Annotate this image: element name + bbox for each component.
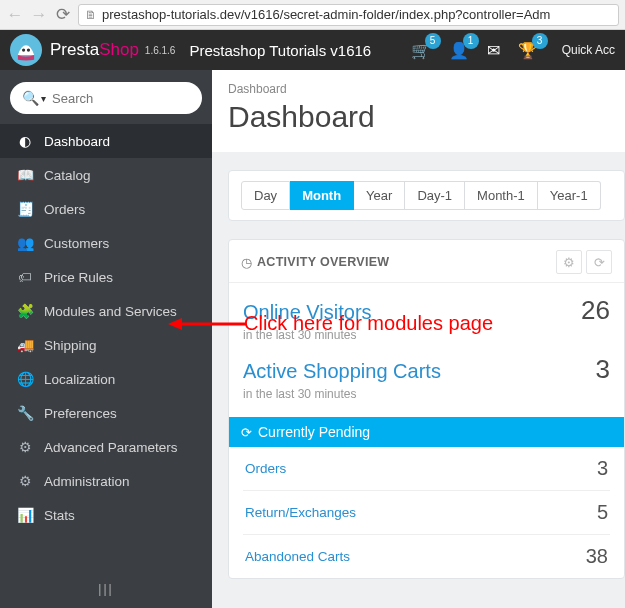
trophy-icon[interactable]: 🏆3 [518,41,538,60]
nav-label: Catalog [44,168,91,183]
mail-icon[interactable]: ✉ [487,41,500,60]
sidebar: 🔍 ▾ ◐Dashboard📖Catalog🧾Orders👥Customers🏷… [0,70,212,608]
metric: Active Shopping Carts3in the last 30 min… [243,348,610,407]
refresh-icon[interactable]: ⟳ [586,250,612,274]
page-title: Dashboard [228,100,609,134]
clock-icon: ◷ [241,255,252,270]
nav-icon: 🔧 [14,405,36,421]
metric: Online Visitors26in the last 30 minutes [243,289,610,348]
nav-icon: 🌐 [14,371,36,387]
nav-label: Administration [44,474,130,489]
page-header: Dashboard Dashboard [212,70,625,152]
sidebar-item-customers[interactable]: 👥Customers [0,226,212,260]
sidebar-item-orders[interactable]: 🧾Orders [0,192,212,226]
quick-access[interactable]: Quick Acc [562,43,615,57]
reload-icon: ⟳ [241,425,252,440]
nav-icon: ⚙ [14,473,36,489]
nav-icon: ⚙ [14,439,36,455]
main-content: Dashboard Dashboard DayMonthYearDay-1Mon… [212,70,625,608]
pending-value: 38 [586,545,608,568]
logo[interactable] [10,34,42,66]
range-day[interactable]: Day [241,181,290,210]
range-month-1[interactable]: Month-1 [465,181,538,210]
forward-icon[interactable]: → [30,5,48,25]
sidebar-item-price-rules[interactable]: 🏷Price Rules [0,260,212,294]
pending-list: Orders3Return/Exchanges5Abandoned Carts3… [229,447,624,578]
metric-link[interactable]: Online Visitors [243,301,372,324]
overview-title: ACTIVITY OVERVIEW [257,255,389,269]
sidebar-item-modules-and-services[interactable]: 🧩Modules and Services [0,294,212,328]
nav-label: Preferences [44,406,117,421]
nav-label: Localization [44,372,115,387]
svg-point-2 [27,48,30,51]
sidebar-item-catalog[interactable]: 📖Catalog [0,158,212,192]
nav-label: Dashboard [44,134,110,149]
nav-label: Orders [44,202,85,217]
user-badge: 1 [463,33,479,49]
range-year[interactable]: Year [354,181,405,210]
search-box[interactable]: 🔍 ▾ [10,82,202,114]
pending-title: Currently Pending [258,424,370,440]
pending-value: 3 [597,457,608,480]
pending-item: Abandoned Carts38 [243,535,610,578]
sidebar-item-advanced-parameters[interactable]: ⚙Advanced Parameters [0,430,212,464]
metric-sub: in the last 30 minutes [243,387,610,401]
pending-link[interactable]: Orders [245,461,286,476]
sidebar-item-stats[interactable]: 📊Stats [0,498,212,532]
collapse-toggle[interactable]: ||| [0,570,212,608]
sidebar-item-shipping[interactable]: 🚚Shipping [0,328,212,362]
nav-icon: 📊 [14,507,36,523]
url-bar[interactable]: 🗎 prestashop-tutorials.dev/v1616/secret-… [78,4,619,26]
pending-item: Return/Exchanges5 [243,491,610,535]
pending-link[interactable]: Abandoned Carts [245,549,350,564]
metric-link[interactable]: Active Shopping Carts [243,360,441,383]
cart-badge: 5 [425,33,441,49]
nav-label: Modules and Services [44,304,177,319]
sidebar-item-localization[interactable]: 🌐Localization [0,362,212,396]
metric-sub: in the last 30 minutes [243,328,610,342]
metric-value: 3 [596,354,610,385]
breadcrumb: Dashboard [228,82,609,96]
page-icon: 🗎 [85,8,97,22]
nav-label: Customers [44,236,109,251]
search-input[interactable] [52,91,220,106]
nav-list: ◐Dashboard📖Catalog🧾Orders👥Customers🏷Pric… [0,124,212,570]
header-actions: 🛒5 👤1 ✉ 🏆3 Quick Acc [411,41,615,60]
store-name[interactable]: Prestashop Tutorials v1616 [189,42,371,59]
browser-toolbar: ← → ⟳ 🗎 prestashop-tutorials.dev/v1616/s… [0,0,625,30]
nav-icon: 🧾 [14,201,36,217]
trophy-badge: 3 [532,33,548,49]
nav-icon: 🧩 [14,303,36,319]
brand-text: PrestaShop [50,40,139,60]
cart-icon[interactable]: 🛒5 [411,41,431,60]
nav-label: Shipping [44,338,97,353]
search-icon: 🔍 [22,90,39,106]
chevron-down-icon[interactable]: ▾ [41,93,46,104]
nav-label: Stats [44,508,75,523]
pending-value: 5 [597,501,608,524]
pending-item: Orders3 [243,447,610,491]
nav-icon: 📖 [14,167,36,183]
gear-icon[interactable]: ⚙ [556,250,582,274]
range-month[interactable]: Month [290,181,354,210]
nav-icon: 👥 [14,235,36,251]
metric-value: 26 [581,295,610,326]
version-label: 1.6.1.6 [145,45,176,56]
svg-point-1 [22,48,25,51]
nav-icon: ◐ [14,133,36,149]
user-icon[interactable]: 👤1 [449,41,469,60]
nav-label: Price Rules [44,270,113,285]
range-day-1[interactable]: Day-1 [405,181,465,210]
pending-header: ⟳ Currently Pending [229,417,624,447]
nav-label: Advanced Parameters [44,440,178,455]
back-icon[interactable]: ← [6,5,24,25]
reload-icon[interactable]: ⟳ [54,4,72,25]
pending-link[interactable]: Return/Exchanges [245,505,356,520]
sidebar-item-preferences[interactable]: 🔧Preferences [0,396,212,430]
app-header: PrestaShop 1.6.1.6 Prestashop Tutorials … [0,30,625,70]
nav-icon: 🚚 [14,337,36,353]
sidebar-item-administration[interactable]: ⚙Administration [0,464,212,498]
activity-overview-panel: ◷ ACTIVITY OVERVIEW ⚙ ⟳ Online Visitors2… [228,239,625,579]
range-year-1[interactable]: Year-1 [538,181,601,210]
sidebar-item-dashboard[interactable]: ◐Dashboard [0,124,212,158]
